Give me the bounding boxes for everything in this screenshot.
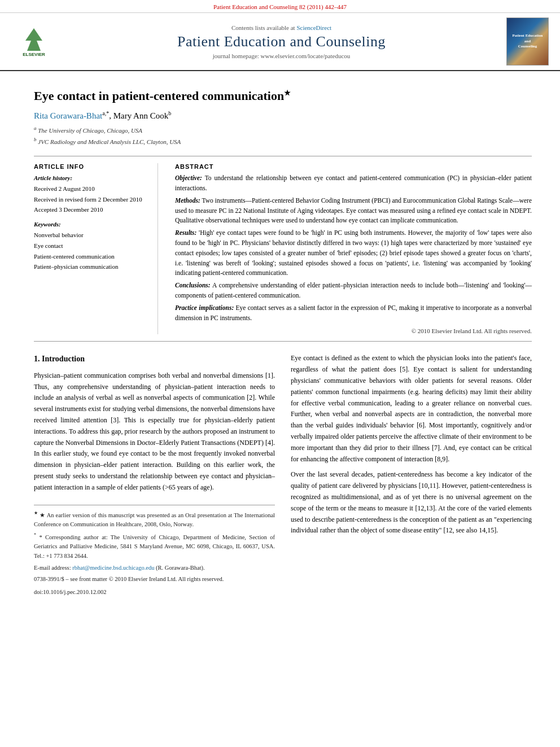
keyword-1: Nonverbal behavior (34, 230, 146, 241)
fn-corr-sup: * (34, 532, 36, 538)
left-column: 1. Introduction Physician–patient commun… (34, 353, 275, 600)
info-section: ARTICLE INFO Article history: Received 2… (34, 163, 532, 334)
footnote-corresponding: * * Corresponding author at: The Univers… (34, 532, 275, 561)
history-label: Article history: (34, 174, 146, 181)
author1-name: Rita Gorawara-Bhat (34, 111, 102, 120)
abstract-label: ABSTRACT (175, 163, 532, 170)
results-label: Results: (175, 229, 196, 236)
author2-sup: b (168, 110, 171, 116)
affil2-text: JVC Radiology and Medical Analysis LLC, … (38, 138, 181, 145)
author1-sup: a,* (102, 110, 109, 116)
journal-thumbnail: Patient EducationandCounseling (506, 18, 549, 65)
paper-body: Eye contact in patient-centered communic… (0, 71, 560, 611)
email-label: E-mail address: (34, 565, 71, 571)
author2-name: , Mary Ann Cook (109, 111, 168, 120)
introduction-heading: 1. Introduction (34, 353, 275, 365)
journal-url: journal homepage: www.elsevier.com/locat… (68, 53, 495, 59)
section-title: Introduction (42, 355, 85, 363)
abstract-text: Objective: To understand the relationshi… (175, 173, 532, 323)
main-content: 1. Introduction Physician–patient commun… (34, 353, 532, 600)
article-info-label: ARTICLE INFO (34, 163, 146, 170)
right-column: Eye contact is defined as the extent to … (291, 353, 532, 600)
keyword-4: Patient–physician communication (34, 261, 146, 272)
email-suffix: (R. Gorawara-Bhat). (156, 565, 205, 571)
fn-star-sup: ★ (34, 510, 38, 516)
objective-text: To understand the relationship between e… (175, 174, 532, 191)
keywords-list: Nonverbal behavior Eye contact Patient-c… (34, 230, 146, 272)
svg-text:ELSEVIER: ELSEVIER (23, 52, 45, 57)
methods-text: Two instruments—Patient-centered Behavio… (175, 197, 532, 224)
abstract-section: ABSTRACT Objective: To understand the re… (175, 163, 532, 334)
results-text: 'High' eye contact tapes were found to b… (175, 229, 532, 276)
title-star: ★ (284, 89, 291, 97)
revised-date: Received in revised form 2 December 2010 (34, 194, 146, 205)
intro-para1: Physician–patient communication comprise… (34, 370, 275, 493)
contents-line: Contents lists available at ScienceDirec… (68, 24, 495, 31)
intro-para2: Eye contact is defined as the extent to … (291, 353, 532, 465)
objective-para: Objective: To understand the relationshi… (175, 173, 532, 194)
section-number: 1. (34, 355, 40, 363)
authors-line: Rita Gorawara-Bhata,*, Mary Ann Cookb (34, 110, 532, 121)
keywords-label: Keywords: (34, 221, 146, 228)
journal-header: ELSEVIER Contents lists available at Sci… (0, 13, 560, 71)
divider-2 (34, 341, 532, 342)
keyword-2: Eye contact (34, 241, 146, 251)
affil1-sup: a (34, 125, 37, 131)
keyword-3: Patient-centered communication (34, 251, 146, 262)
issn-line: 0738-3991/$ – see front matter © 2010 El… (34, 575, 275, 584)
conclusions-label: Conclusions: (175, 282, 211, 289)
email-link[interactable]: rbhat@medicine.bsd.uchicago.edu (72, 565, 154, 571)
methods-label: Methods: (175, 197, 200, 204)
intro-para3: Over the last several decades, patient-c… (291, 469, 532, 536)
results-para: Results: 'High' eye contact tapes were f… (175, 228, 532, 278)
journal-title: Patient Education and Counseling (68, 33, 495, 50)
fn-star-text: ★ An earlier version of this manuscript … (34, 512, 275, 527)
affil2-sup: b (34, 137, 37, 142)
methods-para: Methods: Two instruments—Patient-centere… (175, 196, 532, 226)
footnotes: ★ ★ An earlier version of this manuscrip… (34, 505, 275, 597)
objective-label: Objective: (175, 174, 202, 181)
elsevier-logo: ELSEVIER (11, 24, 56, 60)
title-text: Eye contact in patient-centered communic… (34, 89, 284, 103)
doi-line: doi:10.1016/j.pec.2010.12.002 (34, 588, 275, 597)
practice-label: Practice implications: (175, 304, 234, 311)
received-date: Received 2 August 2010 (34, 184, 146, 194)
affil1-text: The University of Chicago, Chicago, USA (38, 126, 142, 133)
fn-corr-text: * Corresponding author at: The Universit… (34, 534, 275, 559)
article-title: Eye contact in patient-centered communic… (34, 88, 532, 104)
footnote-star: ★ ★ An earlier version of this manuscrip… (34, 510, 275, 530)
practice-para: Practice implications: Eye contact serve… (175, 303, 532, 324)
divider-1 (34, 156, 532, 156)
footnote-email: E-mail address: rbhat@medicine.bsd.uchic… (34, 563, 275, 573)
conclusions-para: Conclusions: A comprehensive understandi… (175, 281, 532, 301)
accepted-date: Accepted 3 December 2010 (34, 204, 146, 215)
top-bar: Patient Education and Counseling 82 (201… (0, 0, 560, 13)
affiliations: a The University of Chicago, Chicago, US… (34, 124, 532, 147)
conclusions-text: A comprehensive understanding of elder p… (175, 282, 532, 299)
svg-marker-1 (25, 28, 42, 51)
sciencedirect-link[interactable]: ScienceDirect (296, 24, 331, 31)
journal-center: Contents lists available at ScienceDirec… (68, 24, 495, 59)
journal-reference: Patient Education and Counseling 82 (201… (213, 3, 347, 10)
copyright-line: © 2010 Elsevier Ireland Ltd. All rights … (175, 327, 532, 334)
journal-cover-image: Patient EducationandCounseling (506, 18, 549, 65)
article-info-column: ARTICLE INFO Article history: Received 2… (34, 163, 158, 334)
history-dates: Received 2 August 2010 Received in revis… (34, 184, 146, 215)
